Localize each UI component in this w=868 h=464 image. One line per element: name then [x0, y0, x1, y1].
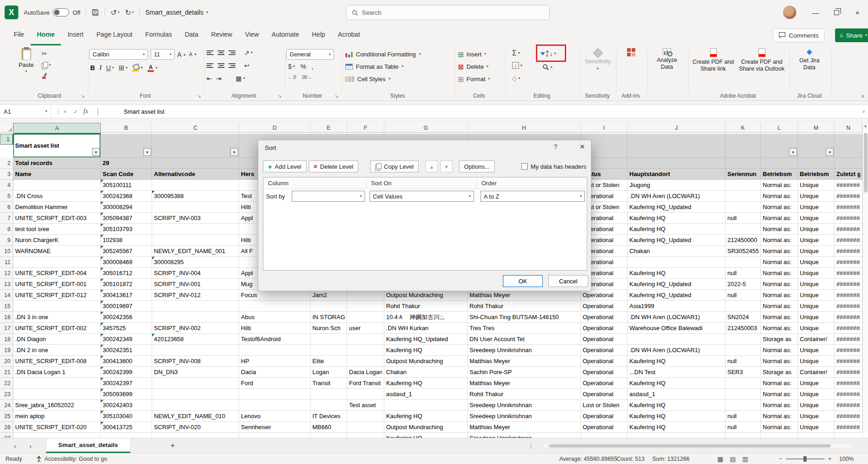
cell-A8[interactable]: test tool sree [13, 224, 101, 235]
cell-G24[interactable] [384, 400, 468, 411]
cell-C3[interactable]: Alternativcode [152, 169, 239, 180]
cell-L16[interactable]: Normal as: [761, 312, 798, 323]
cell-M27[interactable] [798, 433, 835, 438]
cell-K5[interactable] [726, 191, 761, 202]
tab-data[interactable]: Data [178, 25, 205, 45]
cell-E26[interactable]: MB660 [311, 422, 347, 433]
cell-J18[interactable] [628, 334, 726, 345]
cell-F19[interactable] [347, 345, 384, 356]
row-header-9[interactable]: 9 [0, 235, 13, 246]
cell-M18[interactable]: Container/ [798, 334, 835, 345]
normal-view-icon[interactable]: ▦ [717, 455, 723, 463]
cell-E16[interactable]: IN STORAGE [311, 312, 347, 323]
cell-J23[interactable]: asdasd_1 [628, 389, 726, 400]
cell-F26[interactable] [347, 422, 384, 433]
cell-K20[interactable]: null [726, 356, 761, 367]
cell-I17[interactable]: Operational [581, 323, 628, 334]
cell-J8[interactable]: Kaufering HQ [628, 224, 726, 235]
select-all-button[interactable] [0, 123, 13, 133]
cell-C18[interactable]: 420123658 [152, 334, 239, 345]
restore-button[interactable] [826, 0, 847, 25]
cell-L7[interactable]: Normal as: [761, 213, 798, 224]
cell-K4[interactable] [726, 180, 761, 191]
cell-E15[interactable] [311, 301, 347, 312]
cell-K26[interactable]: null [726, 422, 761, 433]
cell-B6[interactable]: 300008294 [101, 202, 152, 213]
filter-button-A1[interactable]: ▾ [92, 148, 100, 156]
cell-E27[interactable] [311, 433, 347, 438]
cell-L27[interactable] [761, 433, 798, 438]
row-header-12[interactable]: 12 [0, 268, 13, 279]
cell-M6[interactable]: Unique [798, 202, 835, 213]
align-top-button[interactable] [207, 50, 213, 55]
cell-L23[interactable]: Normal as: [761, 389, 798, 400]
cell-B15[interactable]: 300019697 [101, 301, 152, 312]
tab-review[interactable]: Review [205, 25, 239, 45]
cell-N13[interactable]: ######## [835, 279, 863, 290]
cell-A6[interactable]: Demolition Hammer [13, 202, 101, 213]
cell-K25[interactable]: null [726, 411, 761, 422]
cell-N23[interactable]: ######## [835, 389, 863, 400]
cell-A5[interactable]: .DN Cross [13, 191, 101, 202]
cell-F22[interactable]: Ford Transit [347, 378, 384, 389]
cell-J19[interactable]: .DN WH Aren (LOCWAR1) [628, 345, 726, 356]
row-header-1[interactable]: 1 [0, 134, 13, 145]
tab-help[interactable]: Help [306, 25, 332, 45]
cell-K7[interactable]: null [726, 213, 761, 224]
sensitivity-button[interactable]: Sensitivity ▾ [584, 48, 611, 71]
get-jira-data-button[interactable]: ◆ Get Jira Data [796, 48, 823, 71]
cell-B27[interactable] [101, 433, 152, 438]
cell-A10[interactable]: WARNOMAE [13, 246, 101, 257]
confirm-entry-button[interactable]: ✓ [73, 105, 78, 118]
cell-F23[interactable] [347, 389, 384, 400]
filter-button-L1[interactable]: ▾ [789, 148, 797, 156]
cell-I21[interactable]: Operational [581, 367, 628, 378]
fill-button[interactable]: ↓▾ [512, 62, 522, 69]
sort-column-select[interactable]: ▾ [292, 191, 365, 202]
cell-K1[interactable] [726, 134, 761, 158]
row-header-26[interactable]: 26 [0, 422, 13, 433]
cell-E14[interactable]: Jam2 [311, 290, 347, 301]
cell-L24[interactable]: Normal as: [761, 400, 798, 411]
cell-B17[interactable]: 3457525 [101, 323, 152, 334]
cell-G18[interactable]: Kaufering HQ_Updated [384, 334, 468, 345]
cell-I15[interactable]: Operational [581, 301, 628, 312]
cell-B12[interactable]: 305016712 [101, 268, 152, 279]
decrease-decimal-button[interactable]: .00→ [301, 75, 311, 80]
cell-J6[interactable]: Kaufering HQ_Updated [628, 202, 726, 213]
cell-B22[interactable]: 300242397 [101, 378, 152, 389]
cell-F15[interactable] [347, 301, 384, 312]
decrease-indent-button[interactable]: ⇤ [207, 75, 212, 82]
cell-A22[interactable] [13, 378, 101, 389]
cell-J9[interactable]: Kaufering HQ_Updated [628, 235, 726, 246]
cell-D14[interactable]: Focus [239, 290, 311, 301]
cell-N1[interactable] [835, 134, 863, 158]
filter-button-M1[interactable]: ▾ [826, 148, 834, 156]
increase-decimal-button[interactable]: ←.0 [288, 75, 296, 80]
cell-H14[interactable]: Matthias Meyer [468, 290, 581, 301]
cell-A11[interactable] [13, 257, 101, 268]
cell-A14[interactable]: UNITE_SCRIPT_EDIT-012 [13, 290, 101, 301]
cell-B13[interactable]: 305101872 [101, 279, 152, 290]
cell-J10[interactable]: Chakan [628, 246, 726, 257]
cell-G21[interactable]: Chakan [384, 367, 468, 378]
cell-J26[interactable]: Kaufering HQ [628, 422, 726, 433]
cell-L26[interactable]: Normal as: [761, 422, 798, 433]
move-level-up-button[interactable]: ▴ [426, 160, 438, 172]
cell-L14[interactable]: Normal as: [761, 290, 798, 301]
cell-G25[interactable]: Kaufering HQ [384, 411, 468, 422]
cell-L22[interactable]: Normal as: [761, 378, 798, 389]
dialog-close-icon[interactable]: × [574, 140, 590, 153]
font-size-select[interactable]: 11▾ [151, 49, 175, 60]
cell-J2[interactable] [628, 158, 726, 169]
cell-D24[interactable] [239, 400, 311, 411]
cell-K13[interactable]: 2022-5 [726, 279, 761, 290]
cell-C12[interactable]: SCRIPT_INV-004 [152, 268, 239, 279]
cell-C17[interactable]: SCRIPT_INV-002 [152, 323, 239, 334]
comma-style-button[interactable]: , [311, 63, 313, 70]
cell-M3[interactable]: Betriebsm [798, 169, 835, 180]
cell-N21[interactable]: ######## [835, 367, 863, 378]
cell-D15[interactable] [239, 301, 311, 312]
row-header-21[interactable]: 21 [0, 367, 13, 378]
cell-A18[interactable]: .DN Diagon [13, 334, 101, 345]
